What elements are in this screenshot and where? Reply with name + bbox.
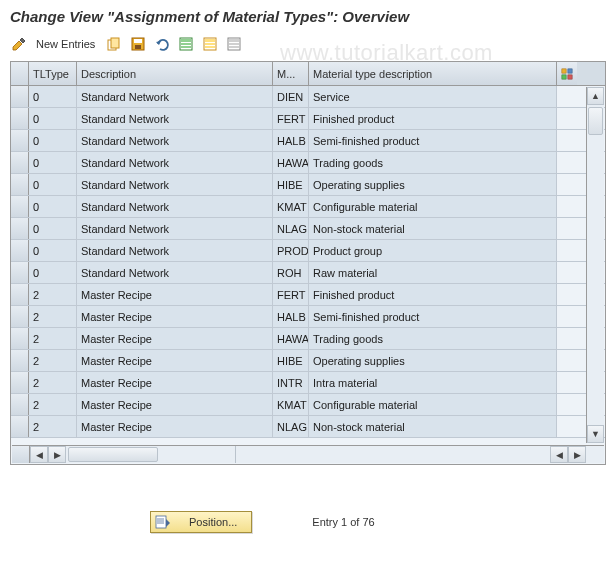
cell-material-desc[interactable]: Intra material bbox=[309, 372, 557, 393]
cell-material-desc[interactable]: Trading goods bbox=[309, 328, 557, 349]
cell-description[interactable]: Standard Network bbox=[77, 262, 273, 283]
copy-icon[interactable] bbox=[105, 35, 123, 53]
cell-description[interactable]: Master Recipe bbox=[77, 306, 273, 327]
row-selector[interactable] bbox=[11, 350, 29, 371]
cell-tltype[interactable]: 2 bbox=[29, 328, 77, 349]
cell-material-desc[interactable]: Non-stock material bbox=[309, 416, 557, 437]
cell-material-desc[interactable]: Service bbox=[309, 86, 557, 107]
table-row[interactable]: 2Master RecipeHALBSemi-finished product bbox=[11, 306, 605, 328]
cell-description[interactable]: Master Recipe bbox=[77, 350, 273, 371]
hscroll-thumb-1[interactable] bbox=[68, 447, 158, 462]
cell-material[interactable]: HIBE bbox=[273, 174, 309, 195]
undo-icon[interactable] bbox=[153, 35, 171, 53]
row-selector[interactable] bbox=[11, 328, 29, 349]
header-material[interactable]: M... bbox=[273, 62, 309, 85]
cell-description[interactable]: Master Recipe bbox=[77, 372, 273, 393]
cell-material-desc[interactable]: Operating supplies bbox=[309, 174, 557, 195]
row-selector[interactable] bbox=[11, 86, 29, 107]
table-row[interactable]: 2Master RecipeHAWATrading goods bbox=[11, 328, 605, 350]
cell-description[interactable]: Standard Network bbox=[77, 108, 273, 129]
new-entries-button[interactable]: New Entries bbox=[36, 38, 95, 50]
cell-material-desc[interactable]: Operating supplies bbox=[309, 350, 557, 371]
cell-tltype[interactable]: 0 bbox=[29, 174, 77, 195]
cell-material-desc[interactable]: Trading goods bbox=[309, 152, 557, 173]
cell-material[interactable]: FERT bbox=[273, 284, 309, 305]
cell-description[interactable]: Master Recipe bbox=[77, 328, 273, 349]
row-selector[interactable] bbox=[11, 108, 29, 129]
cell-tltype[interactable]: 0 bbox=[29, 218, 77, 239]
cell-tltype[interactable]: 0 bbox=[29, 130, 77, 151]
hscroll-track-1[interactable] bbox=[66, 446, 236, 463]
cell-tltype[interactable]: 0 bbox=[29, 240, 77, 261]
cell-tltype[interactable]: 2 bbox=[29, 284, 77, 305]
cell-material-desc[interactable]: Product group bbox=[309, 240, 557, 261]
table-row[interactable]: 0Standard NetworkFERTFinished product bbox=[11, 108, 605, 130]
scroll-right-icon[interactable]: ▶ bbox=[48, 446, 66, 463]
cell-tltype[interactable]: 0 bbox=[29, 196, 77, 217]
row-selector[interactable] bbox=[11, 174, 29, 195]
cell-material[interactable]: HALB bbox=[273, 306, 309, 327]
table-row[interactable]: 0Standard NetworkNLAGNon-stock material bbox=[11, 218, 605, 240]
cell-material-desc[interactable]: Finished product bbox=[309, 108, 557, 129]
header-tltype[interactable]: TLType bbox=[29, 62, 77, 85]
row-selector[interactable] bbox=[11, 240, 29, 261]
cell-material[interactable]: DIEN bbox=[273, 86, 309, 107]
scroll-left-icon[interactable]: ◀ bbox=[30, 446, 48, 463]
change-icon[interactable] bbox=[10, 35, 28, 53]
cell-material-desc[interactable]: Raw material bbox=[309, 262, 557, 283]
cell-tltype[interactable]: 2 bbox=[29, 416, 77, 437]
cell-tltype[interactable]: 0 bbox=[29, 86, 77, 107]
cell-material-desc[interactable]: Configurable material bbox=[309, 196, 557, 217]
header-material-desc[interactable]: Material type description bbox=[309, 62, 557, 85]
scroll-up-icon[interactable]: ▲ bbox=[587, 87, 604, 105]
table-row[interactable]: 0Standard NetworkDIENService bbox=[11, 86, 605, 108]
cell-material[interactable]: INTR bbox=[273, 372, 309, 393]
cell-description[interactable]: Standard Network bbox=[77, 240, 273, 261]
table-row[interactable]: 0Standard NetworkHAWATrading goods bbox=[11, 152, 605, 174]
cell-material[interactable]: FERT bbox=[273, 108, 309, 129]
cell-material[interactable]: HALB bbox=[273, 130, 309, 151]
cell-material-desc[interactable]: Finished product bbox=[309, 284, 557, 305]
cell-tltype[interactable]: 0 bbox=[29, 152, 77, 173]
cell-material-desc[interactable]: Configurable material bbox=[309, 394, 557, 415]
row-selector[interactable] bbox=[11, 130, 29, 151]
table-row[interactable]: 2Master RecipeINTRIntra material bbox=[11, 372, 605, 394]
vertical-scrollbar[interactable]: ▲ ▼ bbox=[586, 87, 604, 443]
table-row[interactable]: 0Standard NetworkPRODProduct group bbox=[11, 240, 605, 262]
table-row[interactable]: 2Master RecipeFERTFinished product bbox=[11, 284, 605, 306]
cell-description[interactable]: Standard Network bbox=[77, 174, 273, 195]
cell-description[interactable]: Standard Network bbox=[77, 196, 273, 217]
row-selector[interactable] bbox=[11, 152, 29, 173]
cell-material-desc[interactable]: Non-stock material bbox=[309, 218, 557, 239]
cell-description[interactable]: Master Recipe bbox=[77, 416, 273, 437]
table-row[interactable]: 0Standard NetworkHIBEOperating supplies bbox=[11, 174, 605, 196]
table-row[interactable]: 0Standard NetworkHALBSemi-finished produ… bbox=[11, 130, 605, 152]
cell-description[interactable]: Standard Network bbox=[77, 86, 273, 107]
cell-material-desc[interactable]: Semi-finished product bbox=[309, 306, 557, 327]
hscroll-track-2[interactable]: ◀ ▶ bbox=[236, 446, 604, 463]
deselect-all-icon[interactable] bbox=[225, 35, 243, 53]
cell-material-desc[interactable]: Semi-finished product bbox=[309, 130, 557, 151]
row-selector[interactable] bbox=[11, 394, 29, 415]
cell-tltype[interactable]: 0 bbox=[29, 108, 77, 129]
header-select[interactable] bbox=[11, 62, 29, 85]
row-selector[interactable] bbox=[11, 372, 29, 393]
row-selector[interactable] bbox=[11, 306, 29, 327]
scroll-down-icon[interactable]: ▼ bbox=[587, 425, 604, 443]
vscroll-thumb[interactable] bbox=[588, 107, 603, 135]
cell-tltype[interactable]: 2 bbox=[29, 372, 77, 393]
cell-material[interactable]: HAWA bbox=[273, 328, 309, 349]
cell-description[interactable]: Master Recipe bbox=[77, 394, 273, 415]
scroll-right-icon-2[interactable]: ▶ bbox=[568, 446, 586, 463]
cell-material[interactable]: NLAG bbox=[273, 416, 309, 437]
cell-material[interactable]: PROD bbox=[273, 240, 309, 261]
table-row[interactable]: 2Master RecipeHIBEOperating supplies bbox=[11, 350, 605, 372]
cell-description[interactable]: Standard Network bbox=[77, 152, 273, 173]
cell-tltype[interactable]: 2 bbox=[29, 306, 77, 327]
select-block-icon[interactable] bbox=[201, 35, 219, 53]
cell-description[interactable]: Master Recipe bbox=[77, 284, 273, 305]
save-icon[interactable] bbox=[129, 35, 147, 53]
row-selector[interactable] bbox=[11, 218, 29, 239]
scroll-left-icon-2[interactable]: ◀ bbox=[550, 446, 568, 463]
select-all-icon[interactable] bbox=[177, 35, 195, 53]
